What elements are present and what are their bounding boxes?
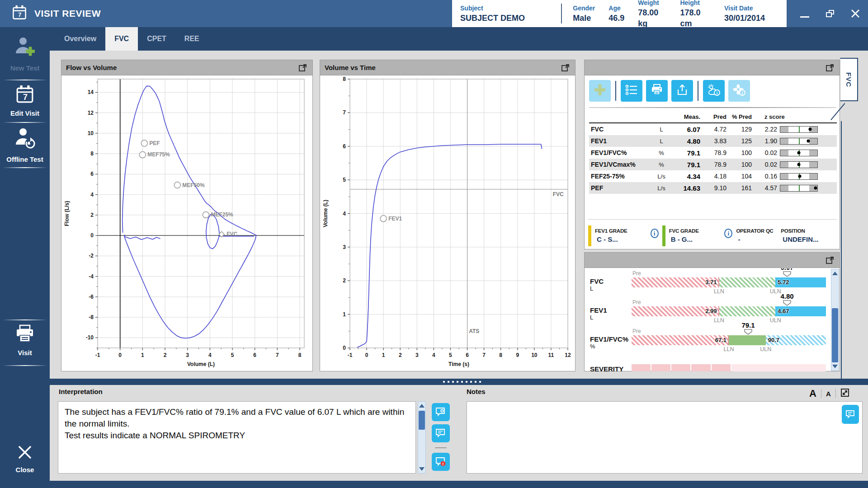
table-row-fev1-fvc[interactable]: FEV1/FVC%%79.178.91000.02 [589, 147, 837, 159]
svg-text:-4: -4 [89, 273, 94, 280]
restore-button[interactable] [817, 0, 843, 27]
splitter-dot [448, 381, 449, 383]
z-score-widget [780, 185, 818, 192]
subject-divider [561, 4, 562, 23]
table-row-pef[interactable]: PEFL/s14.639.101614.57 [589, 182, 837, 194]
svg-text:4: 4 [208, 352, 212, 358]
scroll-down-icon[interactable] [418, 465, 425, 473]
list-view-button[interactable] [621, 80, 642, 102]
svg-text:Volume (L): Volume (L) [322, 200, 329, 227]
tab-overview[interactable]: Overview [55, 27, 105, 51]
interpretation-scrollbar[interactable] [418, 401, 426, 474]
bars-scrollbar[interactable] [831, 269, 839, 371]
svg-text:!: ! [443, 462, 444, 466]
results-table: Meas.Pred% Predz scoreFVCL6.074.721292.2… [589, 113, 837, 194]
bottom-bar [0, 481, 868, 488]
z-score-value: 2.22 [755, 126, 780, 133]
severity-remainder [731, 364, 826, 371]
svg-text:Time (s): Time (s) [448, 361, 469, 367]
tab-fvc[interactable]: FVC [105, 27, 138, 51]
measured-value: 79.1 [670, 161, 703, 169]
notes-textbox[interactable] [467, 401, 863, 474]
z-score-widget [780, 138, 818, 145]
font-increase-button[interactable]: A [809, 388, 816, 399]
horizontal-splitter[interactable] [50, 379, 868, 385]
export-bars-icon[interactable] [825, 255, 835, 265]
font-decrease-button[interactable]: A [826, 390, 831, 398]
notes-comment-button[interactable] [842, 405, 859, 424]
print-button[interactable] [646, 80, 668, 102]
z-score-widget [780, 126, 818, 133]
scroll-up-icon[interactable] [831, 270, 839, 277]
severity-segment [691, 364, 710, 371]
pre-label: Pre [632, 299, 641, 305]
parameter-name: FEV1/VCmax% [589, 161, 652, 168]
measured-value: 4.34 [670, 173, 703, 180]
svg-text:i: i [742, 91, 743, 95]
ambient-info-button[interactable]: i [703, 80, 725, 102]
export-results-icon[interactable] [825, 63, 835, 73]
svg-text:10: 10 [88, 130, 94, 136]
sidebar-item-close[interactable]: Close [0, 445, 50, 474]
sidebar-item-offline-test[interactable]: Offline Test [0, 127, 50, 163]
predicted-value: 78.9 [703, 149, 729, 156]
svg-text:8: 8 [90, 150, 94, 157]
export-chart-icon[interactable] [298, 63, 308, 73]
sidebar-divider [3, 319, 47, 320]
window-title: VISIT REVIEW [34, 8, 101, 19]
table-row-fev1[interactable]: FEV1L4.803.831251.90 [589, 135, 837, 147]
sidebar-item-edit-visit[interactable]: 7Edit Visit [0, 85, 50, 117]
export-chart-icon[interactable] [561, 63, 571, 73]
svg-text:FEV1: FEV1 [388, 216, 402, 222]
tab-ree[interactable]: REE [175, 27, 208, 51]
scrollbar-thumb[interactable] [832, 308, 838, 362]
visit-review-window: 7 VISIT REVIEW SubjectSUBJECT DEMOGender… [0, 0, 868, 488]
export-button[interactable] [671, 80, 693, 102]
svg-text:7: 7 [23, 93, 28, 102]
svg-text:4: 4 [90, 192, 94, 198]
table-row-fef25-75[interactable]: FEF25-75%L/s4.344.181040.16 [589, 170, 837, 182]
table-row-fev1-vcmax[interactable]: FEV1/VCmax%%79.178.91000.02 [589, 159, 837, 170]
subject-field-value: SUBJECT DEMO [460, 13, 547, 23]
info-icon[interactable]: i [651, 229, 659, 238]
comment-button[interactable] [432, 424, 450, 442]
svg-text:5: 5 [449, 352, 452, 358]
scroll-down-icon[interactable] [831, 363, 839, 370]
results-header-cell: z score [755, 113, 826, 120]
svg-text:5: 5 [231, 352, 234, 358]
svg-text:1: 1 [141, 352, 144, 358]
sidebar-item-new-test[interactable]: New Test [0, 36, 50, 72]
add-test-button[interactable] [589, 80, 611, 102]
minimize-icon [800, 16, 809, 18]
close-window-button[interactable] [843, 0, 868, 27]
results-header-cell: % Pred [729, 113, 755, 120]
tab-cpet[interactable]: CPET [138, 27, 175, 51]
fan-info-button[interactable]: i [728, 80, 750, 102]
interpretation-buttons: ! [431, 403, 450, 474]
toolbar-separator [698, 81, 698, 101]
svg-text:0: 0 [90, 232, 94, 239]
scroll-up-icon[interactable] [418, 402, 425, 409]
svg-text:12: 12 [565, 352, 571, 358]
alert-comment-button[interactable]: ! [432, 453, 450, 471]
green-solid-zone [729, 335, 766, 345]
svg-text:2: 2 [164, 352, 167, 358]
z-score-widget [780, 173, 818, 180]
grade-label: FVC GRADE [669, 228, 699, 234]
flow-volume-chart: -1012345678-10-8-6-4-202468101214Volume … [61, 75, 312, 371]
z-score-dot [797, 151, 801, 155]
sidebar-item-visit[interactable]: Visit [0, 324, 50, 357]
minimize-button[interactable] [792, 0, 817, 27]
interpretation-textbox[interactable]: The subject has a FEV1/FVC% ratio of 79.… [58, 401, 416, 474]
svg-text:3: 3 [343, 244, 346, 250]
pre-label: Pre [632, 270, 641, 277]
expand-notes-icon[interactable] [840, 388, 849, 399]
table-row-fvc[interactable]: FVCL6.074.721292.22 [589, 123, 837, 135]
info-icon[interactable]: i [724, 229, 732, 238]
results-panel-header [585, 60, 840, 75]
side-tab-fvc[interactable]: FVC [840, 58, 858, 101]
toolbar-separator [615, 81, 616, 101]
scrollbar-thumb[interactable] [419, 411, 425, 430]
marker-pointer-icon [773, 300, 802, 308]
auto-interpretation-button[interactable] [432, 403, 450, 421]
